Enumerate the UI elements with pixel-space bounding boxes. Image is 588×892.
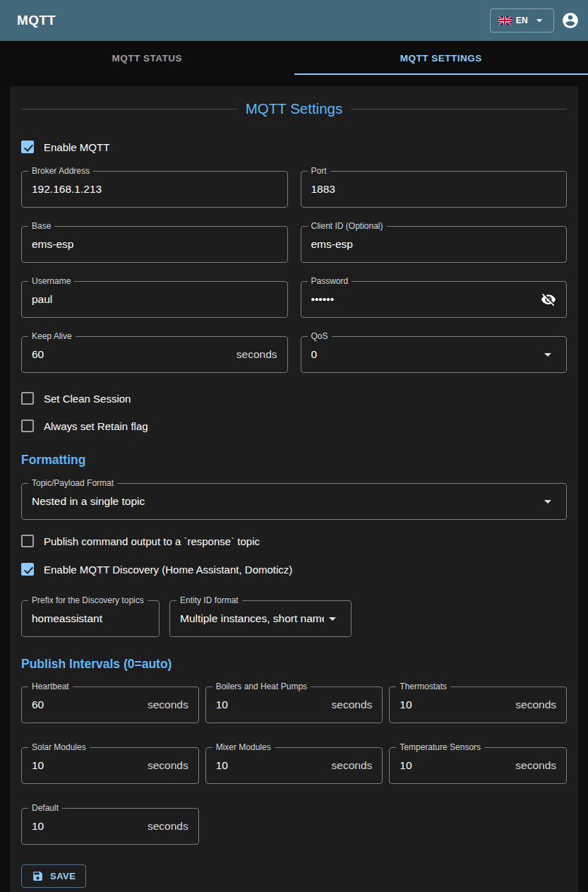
- tab-mqtt-settings[interactable]: MQTT SETTINGS: [294, 41, 588, 75]
- enable-mqtt-checkbox[interactable]: Enable MQTT: [21, 140, 567, 154]
- thermostats-interval-field[interactable]: Thermostats 10 seconds: [389, 686, 567, 723]
- thermostats-interval-value: 10: [400, 698, 510, 711]
- clean-session-label: Set Clean Session: [44, 393, 131, 405]
- settings-title: MQTT Settings: [246, 100, 342, 117]
- checkbox-icon: [21, 420, 34, 432]
- solar-interval-label: Solar Modules: [28, 742, 90, 752]
- enable-mqtt-label: Enable MQTT: [44, 141, 109, 153]
- language-label: EN: [516, 16, 528, 25]
- password-label: Password: [308, 276, 352, 286]
- client-id-field[interactable]: Client ID (Optional) ems-esp: [301, 226, 568, 263]
- username-field[interactable]: Username paul: [21, 281, 288, 318]
- base-label: Base: [28, 221, 54, 231]
- topic-format-select[interactable]: Topic/Payload Format Nested in a single …: [21, 483, 567, 520]
- entity-format-value: Multiple instances, short name: [180, 612, 324, 625]
- qos-label: QoS: [308, 331, 332, 341]
- tab-bar: MQTT STATUS MQTT SETTINGS: [0, 41, 588, 75]
- entity-format-label: Entity ID format: [176, 595, 242, 605]
- eye-off-icon: [541, 292, 556, 307]
- checkbox-icon: [21, 392, 34, 405]
- appbar: MQTT EN: [0, 0, 588, 41]
- broker-address-value: 192.168.1.213: [32, 183, 277, 196]
- mixer-interval-field[interactable]: Mixer Modules 10 seconds: [205, 747, 383, 784]
- toggle-password-visibility-button[interactable]: [541, 292, 556, 307]
- save-button-label: SAVE: [50, 871, 76, 881]
- default-interval-unit: seconds: [148, 820, 188, 833]
- topic-format-value: Nested in a single topic: [32, 495, 539, 508]
- dropdown-arrow-icon: [539, 493, 556, 510]
- temperature-interval-value: 10: [400, 759, 510, 772]
- save-button[interactable]: SAVE: [21, 864, 86, 888]
- divider: [351, 109, 567, 109]
- language-selector-button[interactable]: EN: [490, 8, 554, 32]
- client-id-label: Client ID (Optional): [308, 221, 387, 231]
- dropdown-arrow-icon: [324, 610, 341, 627]
- heartbeat-value: 60: [32, 698, 142, 711]
- qos-select[interactable]: QoS 0: [301, 336, 568, 373]
- settings-card: MQTT Settings Enable MQTT Broker Address…: [10, 86, 578, 892]
- boilers-interval-label: Boilers and Heat Pumps: [212, 682, 311, 691]
- enable-discovery-checkbox[interactable]: Enable MQTT Discovery (Home Assistant, D…: [21, 562, 567, 576]
- base-field[interactable]: Base ems-esp: [21, 226, 288, 263]
- heartbeat-unit: seconds: [148, 698, 188, 711]
- port-value: 1883: [311, 183, 557, 196]
- dropdown-arrow-icon: [539, 346, 556, 363]
- mixer-interval-value: 10: [216, 759, 326, 772]
- password-value: ••••••: [311, 293, 536, 306]
- boilers-interval-unit: seconds: [332, 698, 373, 711]
- checkbox-icon: [21, 535, 34, 547]
- discovery-prefix-field[interactable]: Prefix for the Discovery topics homeassi…: [21, 600, 160, 637]
- discovery-prefix-value: homeassistant: [32, 612, 149, 625]
- tab-mqtt-status[interactable]: MQTT STATUS: [0, 41, 294, 75]
- publish-response-checkbox[interactable]: Publish command output to a `response` t…: [21, 534, 567, 548]
- keep-alive-field[interactable]: Keep Alive 60 seconds: [21, 336, 288, 373]
- keep-alive-label: Keep Alive: [28, 331, 76, 341]
- save-icon: [32, 870, 44, 882]
- uk-flag-icon: [498, 16, 512, 25]
- appbar-actions: EN: [490, 8, 580, 32]
- entity-format-select[interactable]: Entity ID format Multiple instances, sho…: [169, 600, 352, 637]
- base-value: ems-esp: [32, 238, 277, 251]
- temperature-interval-unit: seconds: [515, 759, 556, 772]
- port-field[interactable]: Port 1883: [301, 171, 568, 208]
- retain-flag-checkbox[interactable]: Always set Retain flag: [21, 419, 567, 433]
- temperature-interval-label: Temperature Sensors: [396, 742, 484, 752]
- client-id-value: ems-esp: [311, 238, 557, 251]
- port-label: Port: [308, 166, 330, 176]
- default-interval-value: 10: [32, 820, 142, 833]
- mixer-interval-label: Mixer Modules: [212, 742, 275, 752]
- username-label: Username: [28, 276, 74, 286]
- heartbeat-label: Heartbeat: [28, 682, 73, 691]
- enable-discovery-label: Enable MQTT Discovery (Home Assistant, D…: [44, 564, 292, 576]
- checkbox-icon: [21, 141, 34, 153]
- account-button[interactable]: [561, 11, 580, 30]
- keep-alive-unit: seconds: [236, 348, 277, 361]
- account-circle-icon: [561, 11, 580, 30]
- topic-format-label: Topic/Payload Format: [28, 478, 117, 488]
- default-interval-field[interactable]: Default 10 seconds: [21, 808, 199, 845]
- clean-session-checkbox[interactable]: Set Clean Session: [21, 391, 567, 405]
- default-interval-label: Default: [28, 803, 62, 813]
- password-field[interactable]: Password ••••••: [301, 281, 568, 318]
- broker-address-field[interactable]: Broker Address 192.168.1.213: [21, 171, 288, 208]
- page-title: MQTT Settings: [21, 100, 567, 117]
- boilers-interval-value: 10: [216, 698, 326, 711]
- publish-intervals-heading: Publish Intervals (0=auto): [21, 657, 567, 672]
- thermostats-interval-label: Thermostats: [396, 682, 450, 691]
- username-value: paul: [32, 293, 277, 306]
- temperature-interval-field[interactable]: Temperature Sensors 10 seconds: [389, 747, 567, 784]
- discovery-prefix-label: Prefix for the Discovery topics: [28, 595, 148, 605]
- retain-flag-label: Always set Retain flag: [44, 420, 148, 432]
- solar-interval-field[interactable]: Solar Modules 10 seconds: [21, 747, 199, 784]
- mixer-interval-unit: seconds: [332, 759, 373, 772]
- solar-interval-unit: seconds: [148, 759, 188, 772]
- solar-interval-value: 10: [32, 759, 142, 772]
- divider: [21, 109, 237, 109]
- qos-value: 0: [311, 348, 540, 361]
- heartbeat-field[interactable]: Heartbeat 60 seconds: [21, 686, 199, 723]
- keep-alive-value: 60: [32, 348, 231, 361]
- boilers-interval-field[interactable]: Boilers and Heat Pumps 10 seconds: [205, 686, 383, 723]
- formatting-heading: Formatting: [21, 453, 567, 468]
- broker-address-label: Broker Address: [28, 166, 93, 176]
- checkbox-icon: [21, 563, 34, 576]
